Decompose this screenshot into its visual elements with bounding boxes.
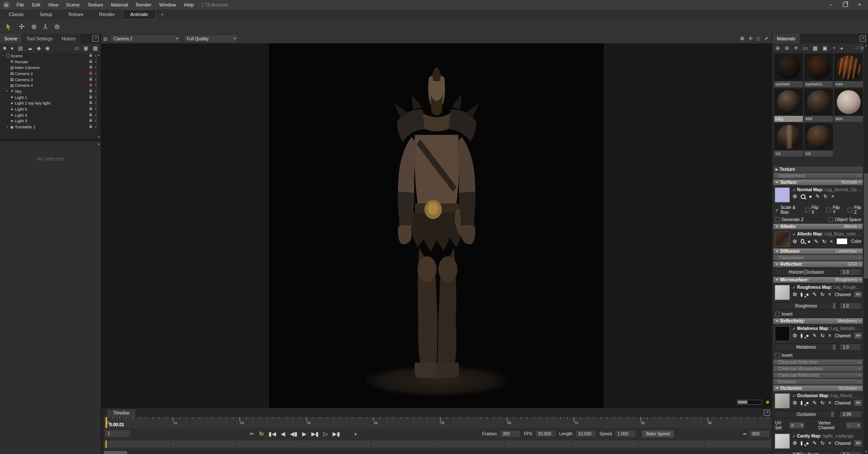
gear-icon[interactable]: ⚙ [792, 194, 797, 199]
tree-item-light-2[interactable]: ● Light 2 top key light [0, 101, 101, 107]
roughness-slider[interactable]: Roughness [775, 302, 838, 310]
gear-icon[interactable]: ⚙ [792, 441, 797, 446]
menu-material[interactable]: Material [107, 2, 132, 7]
material-item-eyelash2[interactable]: eyelash2 [804, 54, 833, 87]
section-diffusion[interactable]: ▼Diffusion: Lambertian▾ [773, 248, 863, 254]
clear-map-icon[interactable]: × [830, 239, 833, 244]
metalness-slider[interactable]: Metalness [775, 343, 838, 351]
pencil-icon[interactable]: ✎ [812, 292, 817, 297]
speed-input[interactable]: 1.000 [615, 430, 636, 438]
tree-item-camera-4[interactable]: ▤ Camera 4 [0, 82, 101, 88]
length-input[interactable]: 10.000 [575, 430, 596, 438]
scene-tree-scrollbar[interactable]: ▲▼ [97, 53, 101, 139]
scroll-up-icon[interactable]: ▲ [97, 142, 100, 145]
section-transmission[interactable]: Transmission: -▾ [773, 255, 863, 261]
materials-panel-scrollbar[interactable]: ▲▼ [864, 43, 868, 454]
sphere-preview-icon[interactable]: ● [806, 333, 809, 338]
duplicate-material-icon[interactable]: ⊚ [785, 45, 789, 51]
trash-icon[interactable]: ▦ [93, 45, 98, 51]
section-clearcoat-reflection[interactable]: Clearcoat Reflection: -▾ [773, 359, 863, 365]
pencil-icon[interactable]: ✎ [812, 441, 817, 446]
trash-icon[interactable]: ▦ [813, 45, 818, 51]
clear-map-icon[interactable]: × [828, 333, 831, 338]
tab-timeline[interactable]: Timeline [107, 409, 135, 417]
material-item-skin[interactable]: skin [834, 88, 863, 122]
keyframe-record-icon[interactable]: ◐ [354, 431, 358, 437]
gear-icon[interactable]: ⚙ [792, 400, 797, 405]
lock-icon-locked[interactable] [88, 72, 94, 75]
gear-icon[interactable]: ⚙ [792, 239, 797, 244]
link-icon[interactable]: ∞ [743, 431, 746, 436]
lock-icon[interactable] [88, 102, 94, 104]
expand-icon[interactable]: + [5, 89, 9, 93]
clear-map-icon[interactable]: × [828, 292, 831, 297]
play-button[interactable]: ▶ [302, 431, 306, 437]
preview-sphere-icon[interactable]: ◔ [832, 45, 835, 51]
reload-icon[interactable]: ↻ [823, 194, 828, 199]
occlusion-channel-select[interactable]: R▾ [854, 400, 862, 406]
reload-icon[interactable]: ↻ [820, 333, 825, 338]
lock-icon[interactable] [88, 96, 94, 98]
albedo-mode-select[interactable]: Albedo▾ [844, 224, 861, 229]
pencil-icon[interactable]: ✎ [814, 239, 819, 244]
select-tool-icon[interactable] [5, 23, 12, 31]
magnifier-icon[interactable] [801, 194, 806, 199]
magnifier-icon[interactable] [801, 239, 804, 244]
collapse-icon[interactable]: − [1, 53, 5, 58]
play-reverse-button[interactable]: ◀ [281, 431, 285, 437]
lock-icon[interactable] [88, 114, 94, 116]
viewport-maximize-icon[interactable]: □ [757, 36, 760, 42]
surface-mode-select[interactable]: Normals▾ [841, 180, 861, 185]
tree-item-light-5[interactable]: ● Light 5 [0, 106, 101, 112]
cavity-map-thumbnail[interactable] [775, 434, 790, 449]
viewport-canvas[interactable] [101, 43, 772, 408]
tab-history[interactable]: History [57, 34, 80, 43]
menu-edit[interactable]: Edit [28, 2, 44, 7]
map-enabled-check-icon[interactable]: ✓ [792, 394, 796, 398]
popout-panel-icon[interactable]: ↗ [860, 36, 866, 42]
tree-item-light-3[interactable]: ● Light 3 [0, 118, 101, 124]
sphere-preview-icon[interactable]: ● [809, 194, 812, 199]
folder-icon[interactable]: ▭ [74, 45, 79, 51]
menu-scene[interactable]: Scene [62, 2, 83, 7]
add-camera-icon[interactable]: ▤ [18, 45, 23, 51]
sphere-preview-icon[interactable]: ● [808, 239, 811, 244]
clear-map-icon[interactable]: × [831, 194, 834, 199]
minimize-button[interactable]: – [829, 2, 832, 8]
viewport[interactable]: ▤ Camera 2▾ Full Quality▾ ⚙ ✛ □ ↗ [101, 34, 772, 408]
step-back-button[interactable]: ◀▮ [290, 431, 297, 437]
roughness-channel-select[interactable]: R▾ [854, 291, 862, 297]
clear-map-icon[interactable]: × [828, 400, 831, 405]
clear-map-icon[interactable]: × [828, 441, 831, 446]
roughness-value[interactable]: 1.0 [839, 302, 861, 310]
tab-setup[interactable]: Setup [32, 10, 60, 20]
sphere-preview-icon[interactable]: ● [806, 400, 809, 405]
lock-icon[interactable] [88, 90, 94, 92]
character-model[interactable] [372, 44, 502, 391]
occlusion-map-thumbnail[interactable] [775, 393, 790, 408]
section-reflectivity[interactable]: ▼Reflectivity: Metalness▾ [773, 318, 863, 324]
tree-item-camera-2[interactable]: ▤ Camera 2 [0, 71, 101, 77]
horizon-occlusion-value[interactable]: 1.0 [839, 268, 861, 276]
new-material-icon[interactable]: ⊕ [776, 45, 780, 51]
section-surface[interactable]: ▼ Surface: Normals▾ [773, 180, 863, 185]
occlusion-value[interactable]: 0.95 [839, 411, 861, 418]
generate-z-checkbox[interactable]: Generate Z [775, 217, 804, 222]
duplicate-icon[interactable]: ▣ [83, 45, 88, 51]
reload-icon[interactable]: ↻ [820, 441, 825, 446]
skip-to-end-button[interactable]: ▶▮ [332, 431, 340, 437]
map-enabled-check-icon[interactable]: ✓ [792, 285, 796, 290]
normal-map-thumbnail[interactable] [775, 187, 790, 203]
section-albedo[interactable]: ▼Albedo: Albedo▾ [773, 224, 863, 229]
section-displacement[interactable]: Displacement: -▾ [773, 173, 863, 179]
tree-item-camera-3[interactable]: ▤ Camera 3 [0, 77, 101, 83]
tree-item-light-4[interactable]: ● Light 4 [0, 112, 101, 118]
reflection-mode-select[interactable]: GGX▾ [848, 262, 861, 267]
section-clearcoat-reflectivity[interactable]: Clearcoat Reflectivity: -▾ [773, 372, 863, 378]
occlusion-slider[interactable]: Occlusion [775, 411, 838, 418]
tree-item-turntable-1[interactable]: + ◉ Turntable 1 [0, 124, 101, 130]
popout-panel-icon[interactable]: ↗ [764, 410, 770, 416]
section-occlusion[interactable]: ▼Occlusion: Occlusion▾ [773, 385, 863, 391]
material-item-mid[interactable]: Mid [804, 88, 833, 122]
pencil-icon[interactable]: ✎ [812, 333, 817, 338]
